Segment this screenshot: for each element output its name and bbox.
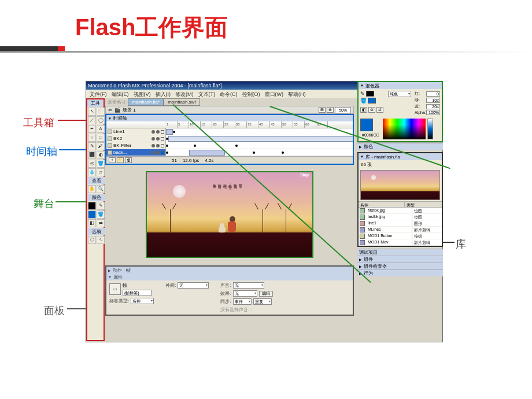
edit-symbol-icon[interactable]: ⊕ bbox=[327, 107, 334, 113]
menu-control[interactable]: 控制(O) bbox=[242, 91, 260, 97]
rect-tool-icon[interactable]: □ bbox=[97, 134, 105, 142]
effect-select[interactable]: 无 bbox=[233, 290, 257, 297]
tag-type-select[interactable]: 名称 bbox=[131, 298, 154, 304]
edit-scene-icon[interactable]: ⊞ bbox=[319, 107, 326, 113]
sound-label: 声音: bbox=[220, 282, 231, 289]
pencil-tool-icon[interactable]: ✎ bbox=[88, 142, 96, 150]
lasso-tool-icon[interactable]: ◯ bbox=[97, 116, 105, 124]
tween-select[interactable]: 无 bbox=[178, 282, 209, 289]
library-item[interactable]: MOD1 Button按钮 bbox=[359, 233, 442, 239]
fill-color-icon[interactable] bbox=[88, 210, 96, 219]
menu-file[interactable]: 文件(F) bbox=[90, 91, 107, 97]
behaviors-panel-bar[interactable]: ▶行为 bbox=[357, 269, 443, 276]
transform-tool-icon[interactable]: ⬛ bbox=[88, 151, 96, 159]
r-input[interactable]: 0 bbox=[426, 91, 440, 97]
decor-bar bbox=[0, 46, 58, 51]
bw-tool-icon[interactable]: ◧ bbox=[88, 219, 96, 227]
menu-view[interactable]: 视图(V) bbox=[134, 91, 151, 97]
eraser-tool-icon[interactable]: ▱ bbox=[97, 168, 105, 176]
b-input[interactable]: 204 bbox=[426, 104, 440, 109]
pen-tool-icon[interactable]: ✒ bbox=[88, 125, 96, 133]
stage-area[interactable]: Skip 那是一个叶落飘落一线希望秋的年代落叶纷纷的故事 bbox=[105, 165, 354, 264]
add-layer-icon[interactable]: + bbox=[109, 157, 116, 163]
scene-name[interactable]: 场景 1 bbox=[123, 107, 136, 113]
swap-col-icon[interactable]: ⇄ bbox=[376, 107, 383, 113]
ink-tool-icon[interactable]: ◎ bbox=[88, 160, 96, 168]
nocol-icon[interactable]: ⊘ bbox=[368, 107, 375, 113]
library-item[interactable]: firstbk.jpg位图 bbox=[359, 208, 442, 214]
timeline-title[interactable]: 时间轴 bbox=[113, 116, 127, 121]
mixer-header[interactable]: ▼混色器 bbox=[359, 82, 442, 89]
library-item[interactable]: lastbk.jpg位图 bbox=[359, 214, 442, 220]
fill-transform-tool-icon[interactable]: ◐ bbox=[97, 151, 105, 159]
stage-canvas[interactable]: Skip 那是一个叶落飘落一线希望秋的年代落叶纷纷的故事 bbox=[146, 171, 313, 258]
edit-effect-button[interactable]: 编辑 bbox=[259, 291, 273, 297]
hand-tool-icon[interactable]: ✋ bbox=[88, 185, 96, 193]
menu-edit[interactable]: 编辑(E) bbox=[112, 91, 129, 97]
layer-row[interactable]: BK-Filter bbox=[106, 142, 353, 149]
swap-tool-icon[interactable]: ⇄ bbox=[97, 219, 105, 227]
menu-help[interactable]: 帮助(H) bbox=[288, 91, 306, 97]
smooth-tool-icon[interactable]: ∿ bbox=[97, 236, 105, 244]
add-folder-icon[interactable]: 📁 bbox=[117, 157, 124, 163]
zoom-input[interactable]: 50% bbox=[335, 107, 351, 113]
sync-select-1[interactable]: 事件 bbox=[233, 298, 252, 305]
layer-row[interactable]: BK2 bbox=[106, 135, 353, 142]
debug-panel-bar[interactable]: 调试项目 bbox=[357, 249, 443, 256]
stroke-color-icon[interactable] bbox=[88, 202, 96, 210]
fill-type-select[interactable]: 纯色 bbox=[388, 91, 411, 97]
lib-col-name[interactable]: 名称 bbox=[359, 202, 405, 207]
menu-insert[interactable]: 插入(I) bbox=[156, 91, 171, 97]
back-arrow-icon[interactable]: ⇦ bbox=[108, 108, 112, 113]
menu-modify[interactable]: 修改(M) bbox=[175, 91, 194, 97]
subselect-tool-icon[interactable]: ⬚ bbox=[97, 108, 105, 116]
library-item[interactable]: MLine1影片剪辑 bbox=[359, 227, 442, 233]
oval-tool-icon[interactable]: ○ bbox=[88, 134, 96, 142]
alpha-input[interactable]: 100% bbox=[426, 110, 440, 115]
brush-tool-icon[interactable]: 🖌 bbox=[97, 142, 105, 150]
delete-layer-icon[interactable]: 🗑 bbox=[125, 157, 132, 163]
button-icon bbox=[360, 234, 365, 239]
library-header[interactable]: ▼库 - mainflash.fla bbox=[359, 153, 442, 160]
stroke-pencil-icon[interactable]: ✎ bbox=[360, 91, 365, 97]
stroke-swatch[interactable] bbox=[366, 91, 374, 97]
library-list[interactable]: firstbk.jpg位图 lastbk.jpg位图 line1图形 MLine… bbox=[359, 208, 442, 246]
swatches-panel-bar[interactable]: ▶颜色 bbox=[357, 143, 443, 150]
properties-panel-bar[interactable]: ▼属性 bbox=[106, 274, 353, 280]
sound-select[interactable]: 无 bbox=[233, 282, 264, 289]
fill-swatch[interactable] bbox=[368, 98, 376, 104]
line-tool-icon[interactable]: ／ bbox=[88, 116, 96, 124]
doc-tab-fla[interactable]: mainflash.fla* bbox=[128, 98, 164, 106]
frame-label-input[interactable]: (帧标签) bbox=[123, 290, 152, 296]
color-brightness-bar[interactable] bbox=[427, 119, 433, 139]
zoom-tool-icon[interactable]: 🔍 bbox=[97, 185, 105, 193]
fill-bucket-icon[interactable]: 🪣 bbox=[360, 98, 367, 104]
eyedropper-tool-icon[interactable]: 💧 bbox=[88, 168, 96, 176]
menu-text[interactable]: 文本(T) bbox=[198, 91, 216, 97]
library-item[interactable]: MOD1 Mov影片剪辑 bbox=[359, 239, 442, 246]
menu-commands[interactable]: 命令(C) bbox=[220, 91, 238, 97]
timeline-layers[interactable]: Line1 BK2 BK-Filter back... bbox=[106, 128, 353, 156]
inspector-panel-bar[interactable]: ▶组件检查器 bbox=[357, 263, 443, 269]
text-tool-icon[interactable]: A bbox=[97, 125, 105, 133]
library-item[interactable]: line1图形 bbox=[359, 220, 442, 227]
fill-swatch[interactable]: 🪣 bbox=[97, 210, 105, 219]
hex-input[interactable]: #0066CC bbox=[360, 132, 381, 138]
stroke-swatch[interactable]: ✎ bbox=[97, 202, 105, 210]
color-spectrum[interactable] bbox=[383, 119, 426, 139]
actions-panel-bar[interactable]: ▶动作 - 帧 bbox=[106, 267, 353, 274]
bucket-tool-icon[interactable]: 🪣 bbox=[97, 160, 105, 168]
ruler-mark: 35 bbox=[247, 121, 258, 128]
layer-row[interactable]: Line1 bbox=[106, 128, 353, 135]
sync-select-2[interactable]: 重复 bbox=[253, 298, 272, 305]
snap-tool-icon[interactable]: ⬡ bbox=[88, 236, 96, 244]
menu-window[interactable]: 窗口(W) bbox=[265, 91, 284, 97]
doc-tab-swf[interactable]: mainflash.swf bbox=[164, 98, 200, 106]
doc-prefix: 未命名-1 bbox=[105, 98, 128, 106]
lib-col-type[interactable]: 类型 bbox=[405, 202, 442, 207]
selection-tool-icon[interactable]: ↖ bbox=[88, 108, 96, 116]
components-panel-bar[interactable]: ▶组件 bbox=[357, 256, 443, 263]
stage-moon bbox=[173, 185, 186, 198]
bw-icon[interactable]: ◧ bbox=[360, 107, 367, 113]
g-input[interactable]: 102 bbox=[426, 98, 440, 103]
